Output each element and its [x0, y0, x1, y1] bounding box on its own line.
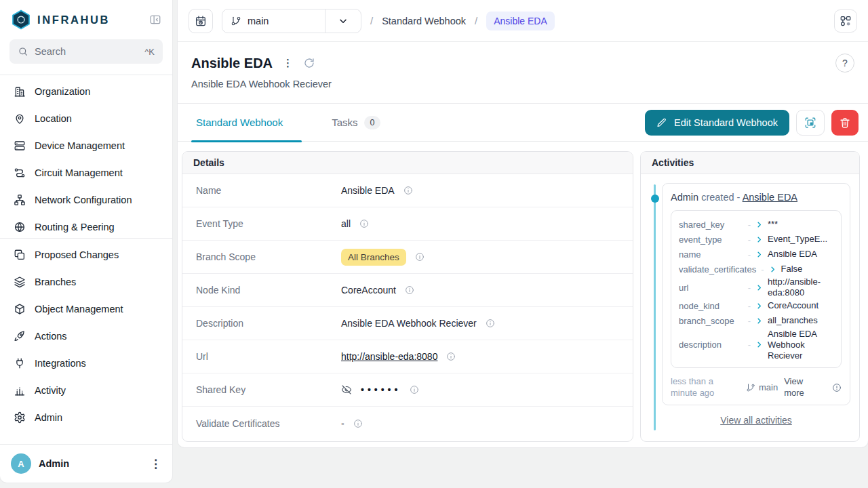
view-more-link[interactable]: View more — [784, 376, 815, 399]
tab-tasks[interactable]: Tasks 0 — [326, 104, 386, 142]
sidebar-item-label: Actions — [35, 331, 67, 342]
info-icon[interactable] — [446, 352, 456, 361]
sidebar-item-circuit-management[interactable]: Circuit Management — [7, 159, 165, 186]
url-link[interactable]: http://ansible-eda:8080 — [341, 351, 437, 362]
sidebar-item-label: Branches — [35, 277, 76, 287]
property-key: url — [679, 283, 743, 293]
chevron-right-icon[interactable] — [755, 221, 763, 228]
diff-icon — [14, 249, 26, 261]
search-shortcut: ^K — [144, 47, 155, 57]
network-icon — [14, 194, 26, 206]
tab-label: Standard Webhook — [196, 117, 283, 128]
sidebar-item-device-management[interactable]: Device Management — [7, 132, 165, 159]
sidebar-item-admin[interactable]: Admin — [7, 404, 165, 431]
detail-value: - — [341, 418, 344, 429]
sidebar-item-routing-peering[interactable]: Routing & Peering — [7, 214, 165, 238]
timeline-line — [654, 184, 656, 430]
infrahub-logo-icon — [11, 9, 31, 30]
chevron-right-icon[interactable] — [755, 251, 763, 258]
chevron-right-icon[interactable] — [755, 341, 763, 348]
user-kebab-icon[interactable]: ⋮ — [150, 458, 161, 470]
sidebar-item-network-configuration[interactable]: Network Configuration — [7, 186, 165, 214]
time-travel-button[interactable] — [189, 9, 213, 33]
sidebar-item-actions[interactable]: Actions — [7, 323, 165, 350]
activity-properties: shared_key - *** event_type - Event_Type… — [671, 210, 842, 368]
git-branch-icon — [746, 383, 755, 392]
edit-webhook-button[interactable]: Edit Standard Webhook — [645, 110, 789, 136]
activity-branch: main — [746, 382, 778, 392]
activity-timestamp: less than a minute ago — [671, 376, 740, 399]
server-icon — [14, 140, 26, 152]
sidebar-item-label: Network Configuration — [35, 195, 132, 205]
sidebar-item-location[interactable]: Location — [7, 105, 165, 132]
detail-label: Branch Scope — [196, 251, 341, 262]
git-branch-icon — [231, 16, 241, 26]
chevron-right-icon[interactable] — [755, 236, 763, 243]
sidebar-item-integrations[interactable]: Integrations — [7, 350, 165, 377]
content-area: Details Name Ansible EDA Event Type all … — [178, 142, 868, 447]
breadcrumb-current[interactable]: Ansible EDA — [486, 12, 555, 30]
user-name: Admin — [39, 458, 142, 469]
calendar-clock-icon — [195, 15, 207, 27]
info-icon[interactable] — [403, 186, 413, 195]
info-icon[interactable] — [415, 252, 425, 262]
chevron-right-icon[interactable] — [769, 266, 776, 273]
bar-chart-icon — [14, 384, 26, 396]
search-input[interactable]: Search ^K — [9, 39, 163, 64]
brand-name: INFRAHUB — [37, 14, 143, 26]
branch-selector[interactable]: main — [222, 9, 361, 33]
globe-icon — [14, 221, 26, 233]
topbar: main / Standard Webhook / Ansible EDA — [178, 0, 868, 42]
activity-timeline — [650, 183, 662, 434]
chevron-right-icon[interactable] — [755, 317, 763, 325]
info-icon[interactable] — [486, 319, 495, 328]
property-key: event_type — [679, 235, 743, 245]
help-button[interactable]: ? — [835, 54, 854, 73]
sidebar-item-object-management[interactable]: Object Management — [7, 296, 165, 323]
branch-selector-caret[interactable] — [326, 9, 361, 33]
property-value: Ansible EDA Webhook Reciever — [768, 329, 833, 362]
chevron-right-icon[interactable] — [755, 302, 763, 310]
collapse-sidebar-icon[interactable] — [149, 14, 161, 26]
detail-value: CoreAccount — [341, 285, 396, 296]
detail-label: Node Kind — [196, 285, 341, 296]
tab-standard-webhook[interactable]: Standard Webhook — [191, 104, 311, 142]
eye-off-icon[interactable] — [341, 384, 352, 395]
property-old-value: - — [748, 249, 751, 260]
delete-button[interactable] — [831, 110, 859, 136]
sidebar-item-label: Activity — [35, 385, 66, 396]
sidebar-item-branches[interactable]: Branches — [7, 268, 165, 296]
sidebar-item-label: Organization — [35, 86, 90, 97]
sidebar-item-proposed-changes[interactable]: Proposed Changes — [7, 241, 165, 268]
property-row: node_kind - CoreAccount — [679, 299, 833, 314]
property-old-value: - — [748, 235, 751, 245]
property-old-value: - — [761, 264, 764, 274]
view-all-activities-link[interactable]: View all activities — [720, 415, 792, 426]
detail-row-name: Name Ansible EDA — [182, 174, 633, 207]
sidebar-nav-primary: Organization Location Device Management … — [0, 75, 172, 238]
schema-button[interactable] — [834, 9, 857, 33]
breadcrumb-section[interactable]: Standard Webhook — [382, 16, 466, 26]
activity-footer: less than a minute ago main View more — [671, 375, 842, 399]
sidebar-item-organization[interactable]: Organization — [7, 78, 165, 105]
info-icon[interactable] — [405, 285, 414, 295]
activity-target-link[interactable]: Ansible EDA — [743, 192, 797, 203]
chevron-right-icon[interactable] — [755, 284, 763, 291]
sidebar-item-activity[interactable]: Activity — [7, 377, 165, 404]
title-kebab-icon[interactable]: ⋮ — [283, 57, 293, 69]
logo-row: INFRAHUB — [0, 0, 172, 38]
user-menu[interactable]: A Admin ⋮ — [0, 444, 172, 483]
refresh-icon[interactable] — [303, 57, 315, 69]
info-icon[interactable] — [353, 419, 363, 428]
info-icon[interactable] — [410, 385, 419, 394]
route-icon — [14, 167, 26, 179]
cube-icon — [14, 303, 26, 315]
detail-row-url: Url http://ansible-eda:8080 — [182, 340, 633, 373]
info-icon[interactable] — [359, 219, 369, 228]
property-key: shared_key — [679, 220, 743, 230]
detail-row-validate-certificates: Validate Certificates - — [182, 407, 633, 440]
activities-panel: Activities Admin created - Ansible EDA — [640, 151, 860, 442]
manage-object-button[interactable] — [796, 110, 825, 136]
info-icon[interactable] — [832, 383, 842, 392]
detail-label: Event Type — [196, 218, 341, 229]
